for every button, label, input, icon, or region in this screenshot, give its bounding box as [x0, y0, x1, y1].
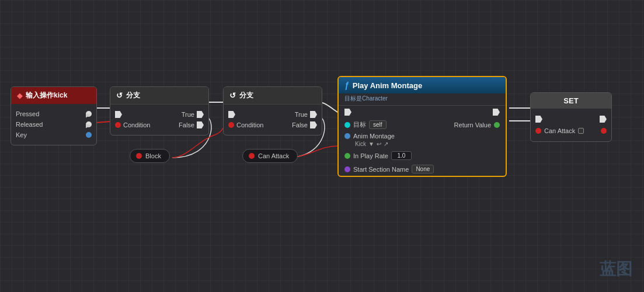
branch1-true-pin[interactable]	[197, 111, 204, 118]
target-value: self	[369, 120, 387, 129]
branch2-false-pin[interactable]	[310, 121, 317, 128]
branch2-exec-in[interactable]	[228, 111, 235, 118]
anim-function-icon: ƒ	[344, 81, 349, 90]
anim-montage-icon2[interactable]: ↗	[384, 141, 388, 147]
input-action-node: ◆ 输入操作kick Pressed ▶ Released ▶ Key	[11, 86, 97, 145]
set-node-body: Can Attack	[531, 109, 611, 141]
anim-montage-icon1[interactable]: ↩	[377, 141, 381, 147]
can-attack-var-node: Can Attack	[242, 149, 298, 163]
set-node-header: SET	[531, 93, 611, 109]
branch1-title: 分支	[126, 91, 140, 100]
branch2-icon: ↺	[229, 91, 236, 100]
branch1-false-pin[interactable]	[197, 121, 204, 128]
anim-montage-arrow[interactable]: ▼	[368, 141, 374, 147]
watermark: 蓝图	[600, 258, 632, 280]
anim-exec-out[interactable]	[493, 109, 500, 116]
block-var-pin[interactable]	[136, 153, 142, 159]
key-label: Key	[16, 131, 27, 138]
set-checkbox[interactable]	[578, 128, 584, 134]
branch2-body: True Condition False	[224, 105, 322, 135]
pressed-exec-pin[interactable]: ▶	[86, 111, 92, 117]
target-pin[interactable]	[344, 122, 350, 128]
return-value-pin[interactable]	[494, 122, 500, 128]
anim-montage-label: Anim Montage	[353, 133, 395, 140]
pressed-pin-row: Pressed ▶	[11, 109, 96, 119]
start-section-label: Start Section Name	[353, 166, 409, 173]
in-play-rate-input[interactable]	[391, 151, 412, 160]
return-value-label: Return Value	[454, 121, 491, 128]
anim-montage-pin[interactable]	[344, 133, 350, 139]
set-node: SET Can Attack	[530, 92, 612, 142]
in-play-rate-pin[interactable]	[344, 153, 350, 159]
set-exec-in[interactable]	[535, 116, 542, 123]
anim-node-title: Play Anim Montage	[353, 81, 422, 90]
branch1-exec-in[interactable]	[115, 111, 122, 118]
in-play-rate-label: In Play Rate	[353, 152, 388, 159]
anim-exec-in[interactable]	[344, 109, 351, 116]
branch1-condition-pin[interactable]	[115, 122, 121, 128]
released-exec-pin[interactable]: ▶	[86, 121, 92, 127]
set-node-title: SET	[563, 96, 578, 105]
anim-montage-value: Kick	[355, 141, 366, 147]
branch2-title: 分支	[239, 91, 253, 100]
branch2-true-label: True	[295, 111, 308, 118]
key-pin-row: Key	[11, 130, 96, 140]
branch2-header: ↺ 分支	[224, 87, 322, 105]
input-node-header: ◆ 输入操作kick	[11, 87, 96, 104]
branch1-body: True Condition False	[110, 105, 208, 135]
branch2-node: ↺ 分支 True Condition False	[223, 86, 322, 135]
branch1-true-label: True	[182, 111, 194, 118]
set-input-pin[interactable]	[535, 128, 541, 134]
set-exec-out[interactable]	[600, 116, 607, 123]
branch1-icon: ↺	[116, 91, 123, 100]
block-var-label: Block	[145, 152, 161, 159]
anim-node-subtitle: 目标是Character	[339, 93, 506, 105]
start-section-pin[interactable]	[344, 166, 350, 172]
input-icon: ◆	[17, 92, 22, 100]
branch1-header: ↺ 分支	[110, 87, 208, 105]
branch1-condition-label: Condition	[123, 121, 150, 128]
input-node-title: 输入操作kick	[26, 91, 67, 100]
anim-node-header: ƒ Play Anim Montage	[339, 77, 506, 93]
branch1-node: ↺ 分支 True Condition False	[110, 86, 209, 135]
start-section-value: None	[412, 165, 434, 173]
branch2-condition-pin[interactable]	[228, 122, 234, 128]
can-attack-var-label: Can Attack	[258, 152, 289, 159]
branch2-false-label: False	[292, 121, 308, 128]
target-label: 目标	[353, 120, 366, 129]
can-attack-var-pin[interactable]	[249, 153, 255, 159]
branch2-true-pin[interactable]	[310, 111, 317, 118]
set-output-pin[interactable]	[601, 128, 607, 134]
branch1-false-label: False	[179, 121, 194, 128]
play-anim-montage-node: ƒ Play Anim Montage 目标是Character 目标 self…	[337, 76, 507, 177]
branch2-condition-label: Condition	[236, 121, 263, 128]
input-node-body: Pressed ▶ Released ▶ Key	[11, 104, 96, 145]
block-var-node: Block	[130, 149, 170, 163]
pressed-label: Pressed	[16, 110, 39, 117]
set-can-attack-label: Can Attack	[544, 127, 575, 134]
key-pin[interactable]	[86, 132, 92, 138]
released-pin-row: Released ▶	[11, 119, 96, 130]
released-label: Released	[16, 121, 43, 128]
